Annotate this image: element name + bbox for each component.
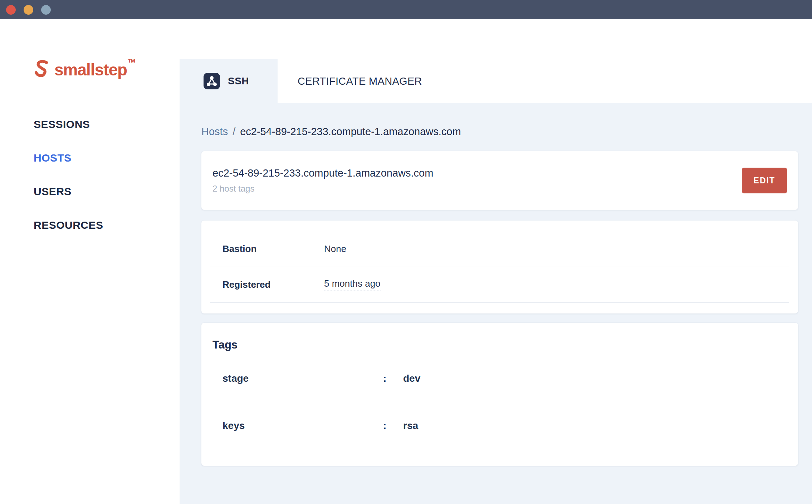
ssh-product-icon [204,73,220,89]
sidebar-nav: SESSIONS HOSTS USERS RESOURCES [0,108,180,242]
tags-card-title: Tags [212,339,787,351]
main-area: SSH CERTIFICATE MANAGER Hosts/ec2-54-89-… [180,19,812,504]
detail-label-bastion: Bastion [222,243,324,255]
detail-value-bastion: None [324,243,346,255]
tab-ssh-label: SSH [228,75,249,87]
table-row-bastion: Bastion None [210,231,789,267]
breadcrumb-hosts-link[interactable]: Hosts [201,126,228,137]
host-summary-card: ec2-54-89-215-233.compute-1.amazonaws.co… [201,151,798,210]
smallstep-logo-icon [34,59,50,79]
tag-value: dev [403,373,420,384]
tags-card: Tags stage : dev keys : rsa [201,323,798,466]
tag-separator: : [383,373,403,384]
brand-wordmark: smallstepTM [54,58,134,80]
breadcrumb: Hosts/ec2-54-89-215-233.compute-1.amazon… [201,126,798,138]
host-tags-count: 2 host tags [212,184,742,194]
detail-label-registered: Registered [222,279,324,290]
sidebar-item-hosts[interactable]: HOSTS [0,141,180,175]
sidebar: smallstepTM SESSIONS HOSTS USERS RESOURC… [0,19,180,504]
sidebar-item-users[interactable]: USERS [0,175,180,208]
tab-ssh[interactable]: SSH [180,59,278,103]
window-titlebar [0,0,812,19]
host-details-card: Bastion None Registered 5 months ago [201,221,798,313]
tab-certificate-manager[interactable]: CERTIFICATE MANAGER [278,59,436,103]
zoom-window-button[interactable] [41,5,51,15]
host-info: ec2-54-89-215-233.compute-1.amazonaws.co… [212,167,742,194]
edit-button[interactable]: EDIT [742,168,787,193]
tag-value: rsa [403,420,418,431]
brand-name: smallstep [54,60,127,79]
host-name: ec2-54-89-215-233.compute-1.amazonaws.co… [212,167,742,179]
trademark-symbol: TM [128,58,135,64]
smallstep-logo: smallstepTM [0,58,180,80]
table-row-registered: Registered 5 months ago [210,267,789,303]
breadcrumb-separator: / [233,126,235,137]
detail-value-registered[interactable]: 5 months ago [324,278,381,291]
tag-row-keys: keys : rsa [212,420,787,431]
tag-key: stage [222,373,383,384]
sidebar-item-sessions[interactable]: SESSIONS [0,108,180,141]
close-window-button[interactable] [6,5,16,15]
app-frame: smallstepTM SESSIONS HOSTS USERS RESOURC… [0,19,812,504]
breadcrumb-current-host: ec2-54-89-215-233.compute-1.amazonaws.co… [240,126,461,137]
product-tabbar: SSH CERTIFICATE MANAGER [180,19,812,103]
tag-key: keys [222,420,383,431]
content-area: Hosts/ec2-54-89-215-233.compute-1.amazon… [180,103,812,504]
tag-row-stage: stage : dev [212,373,787,384]
tag-separator: : [383,420,403,431]
minimize-window-button[interactable] [24,5,33,15]
sidebar-item-resources[interactable]: RESOURCES [0,208,180,242]
